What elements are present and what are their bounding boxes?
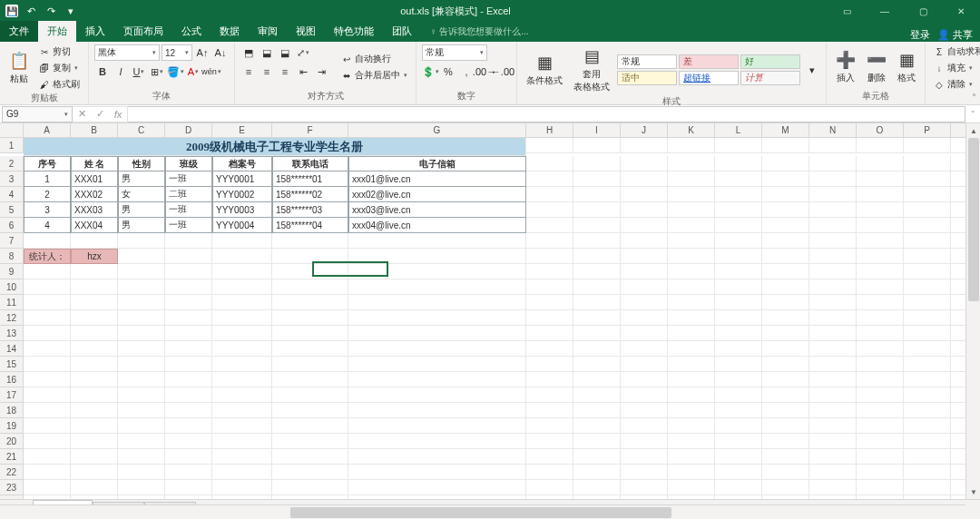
cell[interactable] — [71, 326, 118, 341]
cell[interactable] — [762, 249, 809, 264]
cell[interactable] — [118, 449, 165, 465]
cell[interactable] — [573, 138, 621, 153]
cell[interactable]: 班级 — [165, 156, 212, 171]
cell[interactable] — [24, 310, 71, 326]
cell[interactable]: 一班 — [165, 171, 212, 187]
cell[interactable]: 158******03 — [272, 202, 348, 218]
vertical-scrollbar[interactable]: ▲ ▼ — [965, 123, 980, 499]
cell[interactable] — [71, 310, 118, 326]
row-header[interactable]: 23 — [0, 480, 24, 495]
cell[interactable] — [809, 434, 857, 449]
cell[interactable] — [118, 295, 165, 310]
cell[interactable] — [118, 387, 165, 403]
cell[interactable] — [715, 264, 762, 279]
cell[interactable] — [272, 357, 348, 372]
collapse-ribbon-button[interactable]: ˄ — [972, 93, 976, 103]
row-header[interactable]: 20 — [0, 434, 24, 449]
cell[interactable] — [857, 171, 904, 187]
cell[interactable] — [24, 434, 71, 449]
cell[interactable]: xxx02@live.cn — [348, 187, 526, 202]
cell[interactable] — [668, 233, 715, 249]
minimize-button[interactable]: — — [866, 0, 904, 22]
cell[interactable]: YYY0002 — [212, 187, 272, 202]
cell[interactable] — [573, 218, 621, 233]
row-header[interactable]: 17 — [0, 387, 24, 403]
cell[interactable] — [573, 202, 621, 218]
font-size-select[interactable]: 12▾ — [162, 44, 192, 61]
tab-home[interactable]: 开始 — [38, 21, 76, 42]
cell[interactable] — [573, 171, 621, 187]
cell[interactable] — [621, 326, 668, 341]
cell[interactable]: 一班 — [165, 218, 212, 233]
cell[interactable] — [904, 202, 951, 218]
cell[interactable] — [857, 264, 904, 279]
cell[interactable] — [762, 418, 809, 434]
cell[interactable] — [526, 171, 573, 187]
cell[interactable] — [668, 372, 715, 387]
cell[interactable] — [272, 310, 348, 326]
cell[interactable] — [715, 156, 762, 171]
cell[interactable] — [573, 233, 621, 249]
spreadsheet-grid[interactable]: ABCDEFGHIJKLMNOPQR12009级机械电子工程专业学生名册2序号姓… — [0, 123, 980, 499]
cell[interactable] — [24, 465, 71, 480]
cell[interactable] — [857, 480, 904, 495]
cell[interactable]: 二班 — [165, 187, 212, 202]
cell-style-good[interactable]: 好 — [740, 54, 800, 69]
cell[interactable] — [348, 449, 526, 465]
tab-review[interactable]: 审阅 — [249, 21, 287, 42]
cell[interactable] — [762, 326, 809, 341]
cell[interactable] — [621, 279, 668, 295]
cell[interactable] — [71, 341, 118, 357]
cell[interactable] — [71, 418, 118, 434]
cell[interactable]: xxx01@live.cn — [348, 171, 526, 187]
column-header[interactable]: C — [118, 123, 165, 138]
cell[interactable] — [857, 495, 904, 499]
cell[interactable] — [573, 465, 621, 480]
cell[interactable] — [165, 434, 212, 449]
column-header[interactable]: B — [71, 123, 118, 138]
cell[interactable]: 一班 — [165, 202, 212, 218]
cell[interactable] — [904, 310, 951, 326]
cell[interactable] — [809, 480, 857, 495]
cell[interactable] — [526, 202, 573, 218]
cell[interactable] — [762, 434, 809, 449]
cell[interactable] — [668, 187, 715, 202]
tab-formulas[interactable]: 公式 — [172, 21, 211, 42]
italic-button[interactable]: I — [113, 64, 129, 80]
cell[interactable] — [71, 357, 118, 372]
cell[interactable] — [857, 310, 904, 326]
column-header[interactable]: A — [24, 123, 71, 138]
cut-button[interactable]: ✂剪切 — [36, 44, 83, 59]
cell[interactable] — [526, 138, 573, 153]
cell[interactable]: XXX02 — [71, 187, 118, 202]
cell-style-link[interactable]: 超链接 — [679, 71, 739, 85]
cell[interactable] — [118, 326, 165, 341]
cell[interactable] — [348, 295, 526, 310]
cell[interactable] — [904, 372, 951, 387]
cell-style-normal[interactable]: 常规 — [617, 54, 677, 69]
column-header[interactable]: G — [348, 123, 526, 138]
delete-cells-button[interactable]: ➖删除 — [863, 44, 890, 90]
cell[interactable] — [809, 465, 857, 480]
cell[interactable] — [809, 357, 857, 372]
row-header[interactable]: 2 — [0, 156, 24, 171]
cell[interactable] — [118, 341, 165, 357]
insert-cells-button[interactable]: ➕插入 — [832, 44, 859, 90]
cell[interactable] — [809, 495, 857, 499]
select-all-button[interactable] — [0, 123, 24, 138]
wrap-text-button[interactable]: ↩自动换行 — [338, 52, 410, 66]
cell[interactable] — [621, 171, 668, 187]
cell[interactable] — [809, 156, 857, 171]
cell[interactable] — [24, 495, 71, 499]
cell[interactable] — [715, 279, 762, 295]
cell[interactable] — [762, 495, 809, 499]
cell[interactable] — [573, 279, 621, 295]
cell-style-bad[interactable]: 差 — [679, 54, 739, 69]
cell[interactable] — [715, 357, 762, 372]
cell[interactable] — [118, 279, 165, 295]
cell[interactable] — [71, 264, 118, 279]
cell[interactable]: xxx04@live.cn — [348, 218, 526, 233]
cell[interactable] — [857, 326, 904, 341]
cell[interactable] — [762, 403, 809, 418]
cell[interactable]: 姓 名 — [71, 156, 118, 171]
